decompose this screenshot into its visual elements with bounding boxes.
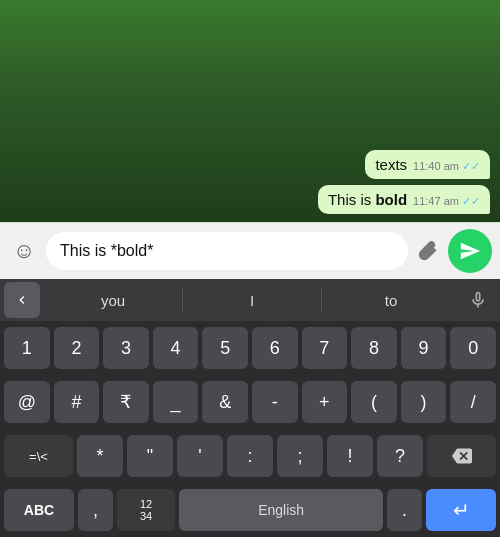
emoji-button[interactable]: ☺ — [8, 235, 40, 267]
mic-button[interactable] — [460, 282, 496, 318]
key-7[interactable]: 7 — [302, 327, 348, 369]
key-squote[interactable]: ' — [177, 435, 223, 477]
enter-key[interactable]: ↵ — [426, 489, 496, 531]
input-area: ☺ — [0, 222, 500, 279]
suggestions-chevron[interactable] — [4, 282, 40, 318]
symbol-row-1: @ # ₹ _ & - + ( ) / — [0, 375, 500, 429]
suggestion-i[interactable]: I — [183, 288, 322, 313]
delete-key[interactable] — [427, 435, 496, 477]
send-button[interactable] — [448, 229, 492, 273]
key-8[interactable]: 8 — [351, 327, 397, 369]
space-key[interactable]: English — [179, 489, 383, 531]
key-exclaim[interactable]: ! — [327, 435, 373, 477]
suggestions-row: you I to — [0, 279, 500, 321]
period-key[interactable]: . — [387, 489, 422, 531]
key-6[interactable]: 6 — [252, 327, 298, 369]
key-semicolon[interactable]: ; — [277, 435, 323, 477]
key-ampersand[interactable]: & — [202, 381, 248, 423]
message-input[interactable] — [46, 232, 408, 270]
key-underscore[interactable]: _ — [153, 381, 199, 423]
chat-area: texts 11:40 am ✓✓ This is bold 11:47 am … — [0, 0, 500, 222]
message-bubble-1: texts 11:40 am ✓✓ — [365, 150, 490, 179]
message-text-1: texts — [375, 156, 407, 173]
key-question[interactable]: ? — [377, 435, 423, 477]
bottom-row: ABC , 1234 English . ↵ — [0, 483, 500, 537]
message-text-2: This is bold — [328, 191, 407, 208]
suggestions-words: you I to — [44, 288, 460, 313]
key-slash[interactable]: / — [450, 381, 496, 423]
message-time-1: 11:40 am ✓✓ — [413, 160, 480, 173]
num-symbol-key[interactable]: 1234 — [117, 489, 175, 531]
key-plus[interactable]: + — [302, 381, 348, 423]
key-1[interactable]: 1 — [4, 327, 50, 369]
abc-key[interactable]: ABC — [4, 489, 74, 531]
key-at[interactable]: @ — [4, 381, 50, 423]
symbol-row-2: =\< * " ' : ; ! ? — [0, 429, 500, 483]
key-comma[interactable]: , — [78, 489, 113, 531]
keyboard: you I to 1 2 3 4 5 6 7 8 9 0 @ # ₹ _ & -… — [0, 279, 500, 537]
key-2[interactable]: 2 — [54, 327, 100, 369]
key-minus[interactable]: - — [252, 381, 298, 423]
key-0[interactable]: 0 — [450, 327, 496, 369]
key-colon[interactable]: : — [227, 435, 273, 477]
key-dquote[interactable]: " — [127, 435, 173, 477]
message-bubble-2: This is bold 11:47 am ✓✓ — [318, 185, 490, 214]
message-time-2: 11:47 am ✓✓ — [413, 195, 480, 208]
attach-button[interactable] — [414, 237, 442, 265]
key-5[interactable]: 5 — [202, 327, 248, 369]
key-9[interactable]: 9 — [401, 327, 447, 369]
key-close-paren[interactable]: ) — [401, 381, 447, 423]
key-4[interactable]: 4 — [153, 327, 199, 369]
key-more-symbols[interactable]: =\< — [4, 435, 73, 477]
suggestion-to[interactable]: to — [322, 288, 460, 313]
key-hash[interactable]: # — [54, 381, 100, 423]
key-asterisk[interactable]: * — [77, 435, 123, 477]
key-3[interactable]: 3 — [103, 327, 149, 369]
key-rupee[interactable]: ₹ — [103, 381, 149, 423]
key-open-paren[interactable]: ( — [351, 381, 397, 423]
suggestion-you[interactable]: you — [44, 288, 183, 313]
number-row: 1 2 3 4 5 6 7 8 9 0 — [0, 321, 500, 375]
